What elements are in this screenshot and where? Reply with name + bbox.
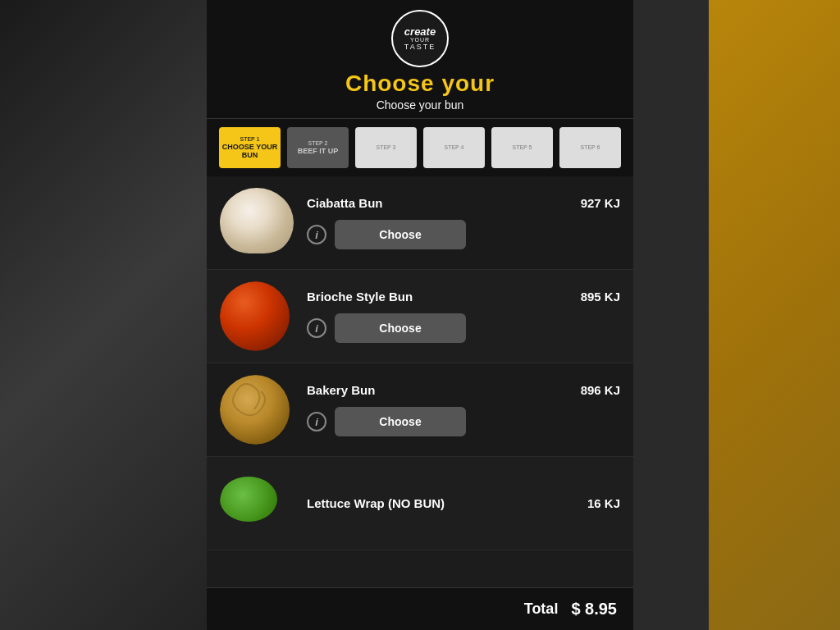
bakery-info-icon[interactable]: i (307, 412, 326, 431)
step-5[interactable]: STEP 5 (491, 127, 553, 168)
lettuce-kj: 16 KJ (587, 496, 620, 510)
logo-line3: TASTE (404, 43, 436, 51)
bun-list: Ciabatta Bun 927 KJ i Choose Brioche Sty… (207, 176, 633, 587)
background-left (0, 0, 213, 630)
step-4[interactable]: STEP 4 (423, 127, 485, 168)
logo-line2: YOUR (410, 37, 430, 43)
background-right (709, 0, 840, 630)
bakery-kj: 896 KJ (581, 383, 620, 397)
step-2-label: BEEF IT UP (298, 148, 339, 156)
bakery-choose-button[interactable]: Choose (335, 407, 466, 436)
ciabatta-image (220, 188, 294, 258)
brioche-name-row: Brioche Style Bun 895 KJ (307, 290, 620, 304)
brioche-kj: 895 KJ (581, 290, 620, 304)
bakery-image (220, 375, 294, 445)
list-item: Brioche Style Bun 895 KJ i Choose (207, 270, 633, 363)
info-icon-label-3: i (315, 416, 318, 428)
ciabatta-choose-button[interactable]: Choose (335, 220, 466, 249)
ciabatta-actions: i Choose (307, 220, 620, 249)
step-2[interactable]: STEP 2 BEEF IT UP (287, 127, 349, 168)
lettuce-info: Lettuce Wrap (NO BUN) 16 KJ (307, 496, 620, 510)
bakery-actions: i Choose (307, 407, 620, 436)
lettuce-name-row: Lettuce Wrap (NO BUN) 16 KJ (307, 496, 620, 510)
page-subtitle: Choose your bun (223, 98, 617, 112)
total-label: Total (524, 600, 559, 618)
kiosk-screen: create YOUR TASTE Choose your Choose you… (207, 0, 633, 630)
brioche-info: Brioche Style Bun 895 KJ i Choose (307, 290, 620, 343)
ciabatta-name-row: Ciabatta Bun 927 KJ (307, 196, 620, 210)
step-1-num: STEP 1 (240, 136, 260, 142)
header: create YOUR TASTE Choose your Choose you… (207, 0, 633, 119)
step-4-num: STEP 4 (445, 144, 464, 150)
bakery-name: Bakery Bun (307, 383, 375, 397)
total-bar: Total $ 8.95 (207, 587, 633, 630)
brioche-image (220, 281, 294, 351)
brioche-name: Brioche Style Bun (307, 290, 413, 304)
brioche-actions: i Choose (307, 313, 620, 343)
page-title: Choose your (223, 71, 617, 97)
ciabatta-name: Ciabatta Bun (307, 196, 383, 210)
total-amount: $ 8.95 (571, 600, 617, 619)
info-icon-label-2: i (315, 322, 318, 335)
list-item: Bakery Bun 896 KJ i Choose (207, 363, 633, 457)
lettuce-name: Lettuce Wrap (NO BUN) (307, 496, 445, 510)
brioche-bun-visual (220, 281, 290, 351)
ciabatta-bun-visual (220, 188, 294, 253)
lettuce-image (220, 468, 294, 538)
bakery-name-row: Bakery Bun 896 KJ (307, 383, 620, 397)
step-6-num: STEP 6 (581, 144, 600, 150)
ciabatta-info-icon[interactable]: i (307, 225, 326, 244)
brioche-info-icon[interactable]: i (307, 318, 326, 338)
info-icon-label: i (315, 229, 318, 241)
ciabatta-kj: 927 KJ (581, 196, 620, 210)
step-1[interactable]: STEP 1 CHOOSE YOUR BUN (219, 127, 281, 168)
step-6[interactable]: STEP 6 (559, 127, 621, 168)
step-2-num: STEP 2 (308, 140, 328, 146)
step-1-label: CHOOSE YOUR BUN (219, 144, 281, 160)
logo-line1: create (404, 26, 436, 37)
logo: create YOUR TASTE (391, 10, 449, 67)
lettuce-visual (220, 477, 277, 522)
bakery-bun-visual (220, 375, 290, 445)
steps-bar: STEP 1 CHOOSE YOUR BUN STEP 2 BEEF IT UP… (207, 119, 633, 176)
brioche-choose-button[interactable]: Choose (335, 313, 466, 343)
step-5-num: STEP 5 (513, 144, 532, 150)
list-item: Lettuce Wrap (NO BUN) 16 KJ (207, 457, 633, 550)
bakery-info: Bakery Bun 896 KJ i Choose (307, 383, 620, 436)
ciabatta-info: Ciabatta Bun 927 KJ i Choose (307, 196, 620, 249)
step-3-num: STEP 3 (377, 144, 396, 150)
list-item: Ciabatta Bun 927 KJ i Choose (207, 176, 633, 270)
step-3[interactable]: STEP 3 (355, 127, 417, 168)
